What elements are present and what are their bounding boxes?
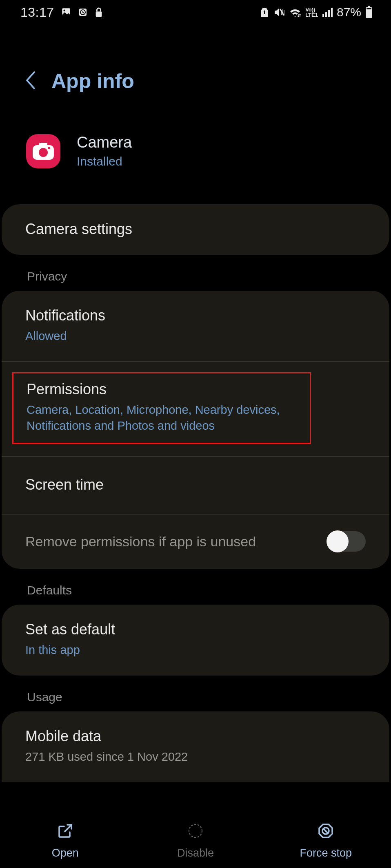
svg-rect-7 xyxy=(325,12,327,17)
permissions-row[interactable]: Permissions Camera, Location, Microphone… xyxy=(2,362,389,457)
svg-rect-8 xyxy=(328,10,330,17)
screen-time-title: Screen time xyxy=(25,476,366,493)
svg-line-21 xyxy=(323,828,328,833)
toggle-knob xyxy=(327,530,349,552)
back-icon[interactable] xyxy=(24,71,37,92)
volte-icon: Vo))LTE1 xyxy=(305,7,318,18)
picture-icon xyxy=(61,7,71,18)
remove-permissions-title: Remove permissions if app is unused xyxy=(25,534,256,550)
set-default-title: Set as default xyxy=(25,621,366,638)
svg-point-1 xyxy=(63,10,65,11)
notifications-title: Notifications xyxy=(25,307,366,324)
clock-icon xyxy=(78,7,88,17)
permissions-highlight: Permissions Camera, Location, Microphone… xyxy=(12,372,311,444)
open-label: Open xyxy=(52,847,79,859)
app-text-block: Camera Installed xyxy=(77,134,132,168)
usage-section-label: Usage xyxy=(2,676,389,704)
app-name: Camera xyxy=(77,134,132,151)
disable-icon xyxy=(187,822,204,841)
open-icon xyxy=(57,822,74,841)
screen-time-row[interactable]: Screen time xyxy=(2,457,389,515)
svg-rect-14 xyxy=(39,143,47,147)
status-bar: 13:17 Vo))LTE1 87% xyxy=(0,0,391,24)
permissions-sub: Camera, Location, Microphone, Nearby dev… xyxy=(27,402,297,434)
privacy-section-label: Privacy xyxy=(2,255,389,283)
privacy-card: Notifications Allowed Permissions Camera… xyxy=(2,291,389,569)
notifications-sub: Allowed xyxy=(25,328,360,344)
force-stop-button[interactable]: Force stop xyxy=(261,813,391,868)
battery-percentage: 87% xyxy=(337,5,361,19)
svg-rect-4 xyxy=(96,11,102,17)
app-status: Installed xyxy=(77,155,132,168)
camera-settings-row[interactable]: Camera settings xyxy=(2,204,389,255)
svg-line-5 xyxy=(280,9,284,15)
svg-line-17 xyxy=(65,825,71,831)
page-header: App info xyxy=(0,24,391,93)
battery-icon xyxy=(365,6,373,18)
remove-permissions-toggle[interactable] xyxy=(327,531,366,552)
open-button[interactable]: Open xyxy=(0,813,130,868)
svg-rect-12 xyxy=(367,8,371,9)
force-stop-label: Force stop xyxy=(300,847,352,859)
disable-label: Disable xyxy=(177,847,214,859)
camera-settings-label: Camera settings xyxy=(25,221,366,238)
notifications-row[interactable]: Notifications Allowed xyxy=(2,291,389,362)
bottom-nav: Open Disable Force stop xyxy=(0,808,391,868)
camera-settings-card: Camera settings xyxy=(2,204,389,255)
svg-point-15 xyxy=(39,148,48,157)
defaults-section-label: Defaults xyxy=(2,569,389,597)
mute-vibrate-icon xyxy=(273,7,285,18)
svg-rect-6 xyxy=(322,14,324,17)
force-stop-icon xyxy=(317,822,334,841)
svg-rect-10 xyxy=(368,6,370,7)
app-icon xyxy=(26,134,60,168)
set-default-row[interactable]: Set as default In this app xyxy=(2,605,389,675)
wifi-icon xyxy=(289,7,301,17)
permissions-title: Permissions xyxy=(27,381,297,398)
status-time: 13:17 xyxy=(20,5,54,20)
svg-point-16 xyxy=(48,147,50,149)
mobile-data-sub: 271 KB used since 1 Nov 2022 xyxy=(25,749,360,765)
disable-button[interactable]: Disable xyxy=(130,813,260,868)
status-left: 13:17 xyxy=(20,5,103,20)
defaults-card: Set as default In this app xyxy=(2,605,389,675)
svg-rect-9 xyxy=(331,8,333,17)
mobile-data-title: Mobile data xyxy=(25,728,366,745)
app-summary: Camera Installed xyxy=(0,93,391,168)
mobile-data-row[interactable]: Mobile data 271 KB used since 1 Nov 2022 xyxy=(2,711,389,782)
page-title: App info xyxy=(51,69,134,93)
lock-icon xyxy=(94,7,103,18)
recycle-icon xyxy=(260,7,269,18)
signal-icon xyxy=(322,8,333,17)
svg-point-18 xyxy=(189,824,202,837)
usage-card: Mobile data 271 KB used since 1 Nov 2022 xyxy=(2,711,389,782)
remove-permissions-row[interactable]: Remove permissions if app is unused xyxy=(2,515,389,569)
set-default-sub: In this app xyxy=(25,642,360,658)
status-right: Vo))LTE1 87% xyxy=(260,5,373,19)
